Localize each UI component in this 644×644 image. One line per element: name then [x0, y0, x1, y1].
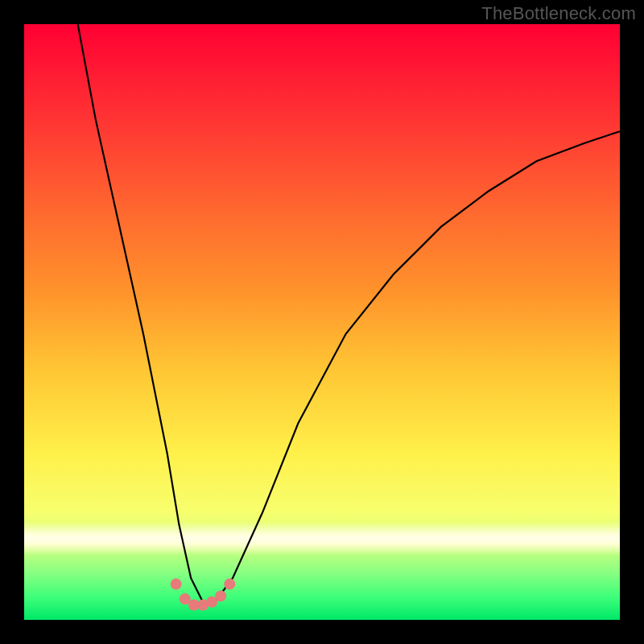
chart-frame: TheBottleneck.com — [0, 0, 644, 644]
plot-area — [24, 24, 620, 620]
gradient-background — [24, 24, 620, 620]
attribution-label: TheBottleneck.com — [481, 3, 636, 24]
